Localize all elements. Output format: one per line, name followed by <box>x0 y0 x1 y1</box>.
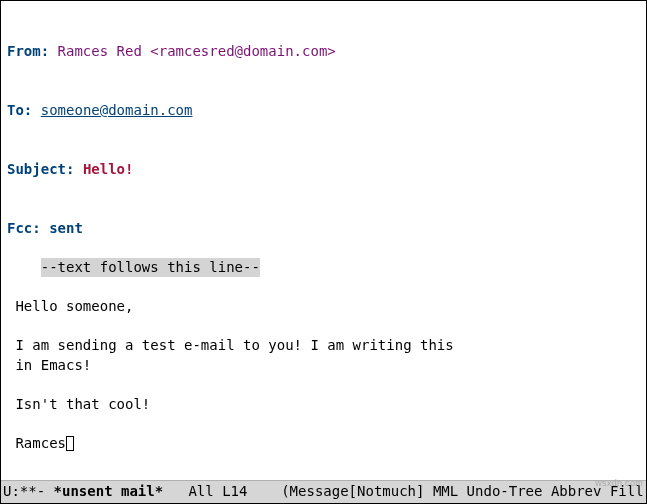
message-buffer[interactable]: From: Ramces Red <ramcesred@domain.com> … <box>1 1 646 480</box>
header-from-value[interactable]: Ramces Red <ramcesred@domain.com> <box>49 43 336 59</box>
header-fcc-value[interactable]: sent <box>49 220 83 236</box>
modeline[interactable]: U:**- *unsent mail* All L14 (Message[Not… <box>1 480 646 503</box>
header-from[interactable]: From: Ramces Red <ramcesred@domain.com> <box>7 42 640 62</box>
modeline-buffer-name[interactable]: *unsent mail* <box>54 482 164 502</box>
modeline-position: All L14 <box>163 482 281 502</box>
header-fcc[interactable]: Fcc: sent <box>7 219 640 239</box>
header-to-value[interactable]: someone@domain.com <box>41 102 193 118</box>
header-subject[interactable]: Subject: Hello! <box>7 160 640 180</box>
header-fcc-key: Fcc: <box>7 220 41 236</box>
body-signature-name[interactable]: Ramces <box>7 435 66 451</box>
header-body-separator: --text follows this line-- <box>41 258 260 278</box>
modeline-status: U:**- <box>3 482 54 502</box>
emacs-frame: From: Ramces Red <ramcesred@domain.com> … <box>0 0 647 504</box>
header-from-key: From: <box>7 43 49 59</box>
modeline-modes[interactable]: (Message[Notmuch] MML Undo-Tree Abbrev F… <box>281 482 647 502</box>
header-subject-key: Subject: <box>7 161 74 177</box>
body-line-3[interactable]: Isn't that cool! <box>7 396 150 412</box>
watermark: wsxdn.com <box>595 477 643 490</box>
body-greeting[interactable]: Hello someone, <box>7 298 133 314</box>
body-line-1[interactable]: I am sending a test e-mail to you! I am … <box>7 337 454 353</box>
text-cursor <box>66 436 74 451</box>
body-line-2[interactable]: in Emacs! <box>7 357 91 373</box>
header-to[interactable]: To: someone@domain.com <box>7 101 640 121</box>
header-to-key: To: <box>7 102 32 118</box>
header-subject-value[interactable]: Hello! <box>83 161 134 177</box>
